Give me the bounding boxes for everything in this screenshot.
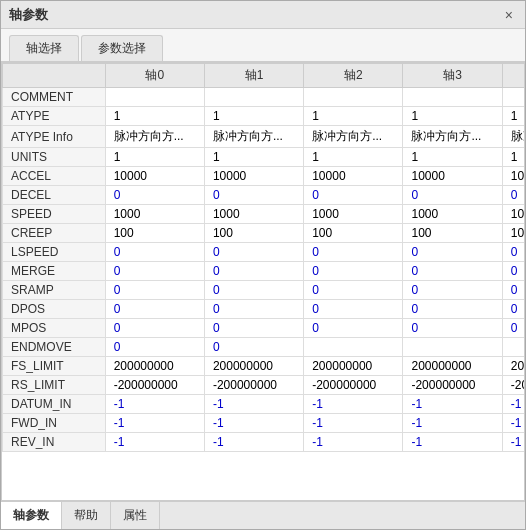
table-container[interactable]: 轴0 轴1 轴2 轴3 轴4 COMMENTATYPE11111ATYPE In… bbox=[1, 62, 525, 501]
cell-value[interactable]: 0 bbox=[304, 262, 403, 281]
table-row[interactable]: FWD_IN-1-1-1-1-1 bbox=[3, 414, 526, 433]
cell-value[interactable]: 0 bbox=[204, 319, 303, 338]
cell-value[interactable]: 脉冲方向方... bbox=[105, 126, 204, 148]
cell-value[interactable]: -1 bbox=[105, 414, 204, 433]
cell-value[interactable]: 0 bbox=[502, 300, 525, 319]
cell-value[interactable]: -1 bbox=[304, 414, 403, 433]
table-row[interactable]: MERGE00000 bbox=[3, 262, 526, 281]
cell-value[interactable]: 1000 bbox=[204, 205, 303, 224]
cell-value[interactable]: 1 bbox=[204, 148, 303, 167]
cell-value[interactable]: 100 bbox=[204, 224, 303, 243]
cell-value[interactable]: 1 bbox=[502, 148, 525, 167]
table-row[interactable]: RS_LIMIT-200000000-200000000-200000000-2… bbox=[3, 376, 526, 395]
cell-value[interactable] bbox=[502, 88, 525, 107]
cell-value[interactable] bbox=[403, 88, 502, 107]
cell-value[interactable]: 10000 bbox=[403, 167, 502, 186]
cell-value[interactable]: -1 bbox=[304, 395, 403, 414]
cell-value[interactable]: -1 bbox=[403, 433, 502, 452]
table-row[interactable]: COMMENT bbox=[3, 88, 526, 107]
table-row[interactable]: SRAMP00000 bbox=[3, 281, 526, 300]
cell-value[interactable]: -1 bbox=[502, 433, 525, 452]
cell-value[interactable]: -1 bbox=[204, 433, 303, 452]
cell-value[interactable]: -200000000 bbox=[403, 376, 502, 395]
cell-value[interactable]: 10000 bbox=[304, 167, 403, 186]
table-row[interactable]: ATYPE Info脉冲方向方...脉冲方向方...脉冲方向方...脉冲方向方.… bbox=[3, 126, 526, 148]
tab-param-select[interactable]: 参数选择 bbox=[81, 35, 163, 61]
cell-value[interactable]: 0 bbox=[304, 319, 403, 338]
cell-value[interactable]: 1 bbox=[304, 107, 403, 126]
cell-value[interactable]: 10000 bbox=[105, 167, 204, 186]
bottom-tab-axis-params[interactable]: 轴参数 bbox=[1, 502, 62, 529]
cell-value[interactable]: 0 bbox=[502, 186, 525, 205]
cell-value[interactable]: 0 bbox=[502, 319, 525, 338]
cell-value[interactable]: 100 bbox=[502, 224, 525, 243]
cell-value[interactable]: -1 bbox=[105, 433, 204, 452]
cell-value[interactable] bbox=[502, 338, 525, 357]
cell-value[interactable] bbox=[204, 88, 303, 107]
cell-value[interactable]: 0 bbox=[204, 338, 303, 357]
cell-value[interactable]: -1 bbox=[502, 395, 525, 414]
cell-value[interactable]: 脉冲方向方... bbox=[403, 126, 502, 148]
cell-value[interactable] bbox=[403, 338, 502, 357]
cell-value[interactable]: 0 bbox=[204, 262, 303, 281]
cell-value[interactable]: 1 bbox=[304, 148, 403, 167]
bottom-tab-properties[interactable]: 属性 bbox=[111, 502, 160, 529]
table-row[interactable]: CREEP100100100100100 bbox=[3, 224, 526, 243]
table-row[interactable]: REV_IN-1-1-1-1-1 bbox=[3, 433, 526, 452]
cell-value[interactable]: -200000000 bbox=[105, 376, 204, 395]
table-row[interactable]: UNITS11111 bbox=[3, 148, 526, 167]
cell-value[interactable]: 0 bbox=[304, 243, 403, 262]
cell-value[interactable]: 0 bbox=[105, 319, 204, 338]
cell-value[interactable]: -200000000 bbox=[502, 376, 525, 395]
cell-value[interactable]: 脉冲方向方... bbox=[304, 126, 403, 148]
cell-value[interactable]: 0 bbox=[105, 186, 204, 205]
cell-value[interactable]: 200000000 bbox=[502, 357, 525, 376]
cell-value[interactable]: -1 bbox=[304, 433, 403, 452]
cell-value[interactable]: 0 bbox=[204, 281, 303, 300]
cell-value[interactable]: 0 bbox=[204, 243, 303, 262]
cell-value[interactable]: 1 bbox=[502, 107, 525, 126]
cell-value[interactable]: 1000 bbox=[403, 205, 502, 224]
cell-value[interactable]: -200000000 bbox=[204, 376, 303, 395]
cell-value[interactable]: 200000000 bbox=[105, 357, 204, 376]
table-row[interactable]: DATUM_IN-1-1-1-1-1 bbox=[3, 395, 526, 414]
bottom-tab-help[interactable]: 帮助 bbox=[62, 502, 111, 529]
cell-value[interactable]: 0 bbox=[105, 243, 204, 262]
close-button[interactable]: × bbox=[501, 8, 517, 22]
table-row[interactable]: FS_LIMIT20000000020000000020000000020000… bbox=[3, 357, 526, 376]
table-row[interactable]: ATYPE11111 bbox=[3, 107, 526, 126]
cell-value[interactable]: -200000000 bbox=[304, 376, 403, 395]
table-row[interactable]: ENDMOVE00 bbox=[3, 338, 526, 357]
cell-value[interactable]: 1 bbox=[204, 107, 303, 126]
cell-value[interactable]: 10000 bbox=[502, 167, 525, 186]
cell-value[interactable]: 脉冲方向方... bbox=[502, 126, 525, 148]
cell-value[interactable]: 0 bbox=[204, 186, 303, 205]
cell-value[interactable]: -1 bbox=[105, 395, 204, 414]
table-row[interactable]: DPOS00000 bbox=[3, 300, 526, 319]
cell-value[interactable]: 100 bbox=[403, 224, 502, 243]
cell-value[interactable] bbox=[304, 338, 403, 357]
cell-value[interactable]: -1 bbox=[403, 414, 502, 433]
cell-value[interactable]: 1000 bbox=[304, 205, 403, 224]
cell-value[interactable]: 200000000 bbox=[403, 357, 502, 376]
cell-value[interactable]: 200000000 bbox=[304, 357, 403, 376]
table-row[interactable]: LSPEED00000 bbox=[3, 243, 526, 262]
cell-value[interactable]: 1 bbox=[105, 107, 204, 126]
cell-value[interactable]: 1 bbox=[105, 148, 204, 167]
cell-value[interactable]: 0 bbox=[105, 338, 204, 357]
cell-value[interactable]: 100 bbox=[304, 224, 403, 243]
cell-value[interactable]: 0 bbox=[304, 300, 403, 319]
cell-value[interactable]: 1000 bbox=[105, 205, 204, 224]
cell-value[interactable]: 0 bbox=[105, 262, 204, 281]
cell-value[interactable]: 100 bbox=[105, 224, 204, 243]
cell-value[interactable] bbox=[105, 88, 204, 107]
cell-value[interactable]: -1 bbox=[502, 414, 525, 433]
tab-axis-select[interactable]: 轴选择 bbox=[9, 35, 79, 61]
table-row[interactable]: ACCEL1000010000100001000010000 bbox=[3, 167, 526, 186]
cell-value[interactable] bbox=[304, 88, 403, 107]
cell-value[interactable]: 0 bbox=[403, 186, 502, 205]
cell-value[interactable]: -1 bbox=[204, 414, 303, 433]
cell-value[interactable]: 10000 bbox=[204, 167, 303, 186]
cell-value[interactable]: 0 bbox=[304, 281, 403, 300]
table-row[interactable]: MPOS00000 bbox=[3, 319, 526, 338]
